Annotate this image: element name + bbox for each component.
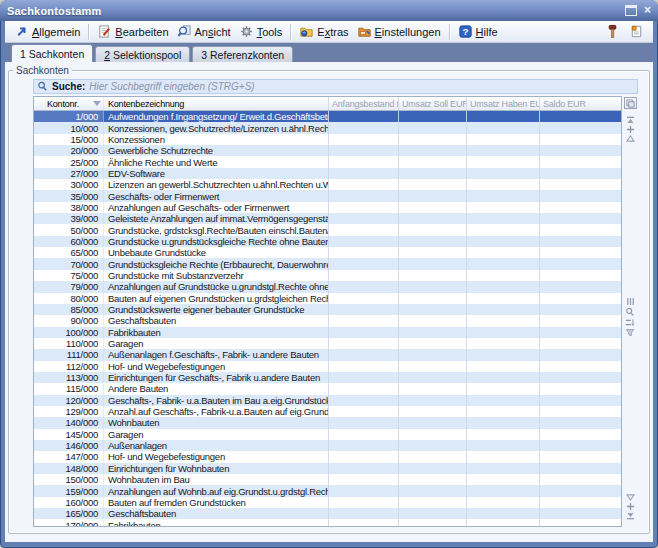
go-to-last-icon[interactable] [626, 512, 635, 520]
search-box[interactable]: Suche: [33, 79, 638, 94]
columns-icon[interactable] [626, 297, 635, 306]
scroll-down-icon[interactable] [626, 502, 635, 511]
umsatz-soll-cell [399, 361, 467, 372]
header-saldo[interactable]: Saldo EUR [540, 97, 621, 110]
header-umsatz-soll[interactable]: Umsatz Soll EUR [399, 97, 467, 110]
account-number-cell: 113/000 [34, 372, 104, 383]
notes-icon[interactable] [629, 24, 644, 39]
table-row[interactable]: 146/000 Außenanlagen [34, 440, 621, 451]
anfangsbestand-cell [329, 202, 399, 213]
umsatz-soll-cell [399, 122, 467, 133]
zoom-icon[interactable] [625, 307, 635, 317]
table-row[interactable]: 75/000 Grundstücke mit Substanzverzehr [34, 270, 621, 281]
table-row[interactable]: 60/000 Grundstücke u.grundstücksgleiche … [34, 236, 621, 247]
account-number-cell: 160/000 [34, 497, 104, 508]
table-row[interactable]: 145/000 Garagen [34, 429, 621, 440]
table-gutter [622, 96, 638, 527]
table-row[interactable]: 112/000 Hof- und Wegebefestigungen [34, 361, 621, 372]
umsatz-soll-cell [399, 179, 467, 190]
table-row[interactable]: 147/000 Hof- und Wegebefestigungen [34, 451, 621, 462]
saldo-cell [540, 417, 621, 428]
table-row[interactable]: 160/000 Bauten auf fremden Grundstücken [34, 497, 621, 508]
hammer-icon[interactable] [605, 24, 620, 39]
umsatz-haben-cell [467, 304, 540, 315]
account-number-cell: 1/000 [34, 111, 104, 122]
table-row[interactable]: 25/000 Ähnliche Rechte und Werte [34, 156, 621, 167]
scroll-up-icon[interactable] [626, 125, 635, 134]
table-row[interactable]: 120/000 Geschäfts-, Fabrik- u.a.Bauten i… [34, 395, 621, 406]
search-input[interactable] [89, 81, 634, 92]
table-row[interactable]: 39/000 Geleistete Anzahlungen auf immat.… [34, 213, 621, 224]
anfangsbestand-cell [329, 451, 399, 462]
table-row[interactable]: 50/000 Grundstücke, grdstcksgl.Rechte/Ba… [34, 224, 621, 235]
toolbar-item-extras[interactable]: Extras [295, 23, 352, 40]
umsatz-haben-cell [467, 281, 540, 292]
close-icon[interactable]: × [644, 5, 651, 16]
titlebar[interactable]: Sachkontostamm × [0, 0, 658, 21]
toolbar-item-bearbeiten[interactable]: Bearbeiten [93, 23, 172, 40]
table-row[interactable]: 80/000 Bauten auf eigenen Grundstücken u… [34, 293, 621, 304]
table-row[interactable]: 129/000 Anzahl.auf Geschäfts-, Fabrik-u.… [34, 406, 621, 417]
table-row[interactable]: 15/000 Konzessionen [34, 134, 621, 145]
anfangsbestand-cell [329, 247, 399, 258]
page-down-icon[interactable] [626, 494, 635, 501]
account-name-cell: Geleistete Anzahlungen auf immat.Vermöge… [104, 213, 329, 224]
header-anfangsbestand[interactable]: Anfangsbestand EUR [329, 97, 399, 110]
toolbar-item-allgemein[interactable]: Allgemein [10, 23, 84, 40]
account-number-cell: 38/000 [34, 202, 104, 213]
tab-referenzkonten[interactable]: 3 Referenzkonten [192, 46, 293, 62]
table-row[interactable]: 30/000 Lizenzen an gewerbl.Schutzrechten… [34, 179, 621, 190]
anfangsbestand-cell [329, 281, 399, 292]
tab-selektionspool[interactable]: 2 Selektionspool [95, 46, 190, 62]
header-umsatz-haben[interactable]: Umsatz Haben EUR [467, 97, 540, 110]
table-row[interactable]: 90/000 Geschäftsbauten [34, 315, 621, 326]
table-row[interactable]: 165/000 Geschäftsbauten [34, 508, 621, 519]
table-row[interactable]: 35/000 Geschäfts- oder Firmenwert [34, 190, 621, 201]
umsatz-soll-cell [399, 293, 467, 304]
umsatz-soll-cell [399, 134, 467, 145]
table-row[interactable]: 113/000 Einrichtungen für Geschäfts-, Fa… [34, 372, 621, 383]
table-row[interactable]: 70/000 Grundstücksgleiche Rechte (Erbbau… [34, 258, 621, 269]
saldo-cell [540, 327, 621, 338]
saldo-cell [540, 474, 621, 485]
saldo-cell [540, 315, 621, 326]
table-row[interactable]: 140/000 Wohnbauten [34, 417, 621, 428]
filter-icon[interactable] [625, 328, 635, 337]
table-row[interactable]: 20/000 Gewerbliche Schutzrechte [34, 145, 621, 156]
maximize-icon[interactable] [625, 5, 637, 16]
umsatz-soll-cell [399, 497, 467, 508]
go-to-first-icon[interactable] [626, 116, 635, 124]
table-row[interactable]: 38/000 Anzahlungen auf Geschäfts- oder F… [34, 202, 621, 213]
sort-rows-icon[interactable] [625, 318, 635, 327]
umsatz-haben-cell [467, 406, 540, 417]
table-row[interactable]: 148/000 Einrichtungen für Wohnbauten [34, 463, 621, 474]
toolbar-item-einstellungen[interactable]: Einstellungen [353, 23, 445, 40]
table-row[interactable]: 111/000 Außenanlagen f.Geschäfts-, Fabri… [34, 349, 621, 360]
table-row[interactable]: 27/000 EDV-Software [34, 168, 621, 179]
table-row[interactable]: 159/000 Anzahlungen auf Wohnb.auf eig.Gr… [34, 485, 621, 496]
saldo-cell [540, 258, 621, 269]
table-row[interactable]: 85/000 Grundstückswerte eigener bebauter… [34, 304, 621, 315]
account-number-cell: 79/000 [34, 281, 104, 292]
table-row[interactable]: 10/000 Konzessionen, gew.Schutzrechte/Li… [34, 122, 621, 133]
table-row[interactable]: 170/000 Fabrikbauten [34, 519, 621, 527]
tab-sachkonten[interactable]: 1 Sachkonten [11, 44, 93, 62]
page-up-icon[interactable] [626, 135, 635, 142]
toolbar-item-ansicht[interactable]: Ansicht [173, 23, 235, 40]
table-row[interactable]: 1/000 Aufwendungen f.Ingangsetzung/ Erwe… [34, 111, 621, 122]
table-row[interactable]: 65/000 Unbebaute Grundstücke [34, 247, 621, 258]
copy-rows-icon[interactable] [624, 97, 637, 109]
table-row[interactable]: 100/000 Fabrikbauten [34, 327, 621, 338]
umsatz-haben-cell [467, 429, 540, 440]
table-row[interactable]: 115/000 Andere Bauten [34, 383, 621, 394]
anfangsbestand-cell [329, 224, 399, 235]
header-kontenbezeichnung[interactable]: Kontenbezeichnung [104, 97, 329, 110]
account-number-cell: 60/000 [34, 236, 104, 247]
toolbar-item-hilfe[interactable]: ? Hilfe [454, 23, 502, 40]
toolbar-item-tools[interactable]: Tools [235, 23, 287, 40]
table-row[interactable]: 110/000 Garagen [34, 338, 621, 349]
header-kontonr[interactable]: Kontonr. [34, 97, 104, 110]
table-row[interactable]: 150/000 Wohnbauten im Bau [34, 474, 621, 485]
saldo-cell [540, 451, 621, 462]
table-row[interactable]: 79/000 Anzahlungen auf Grundstücke u.gru… [34, 281, 621, 292]
